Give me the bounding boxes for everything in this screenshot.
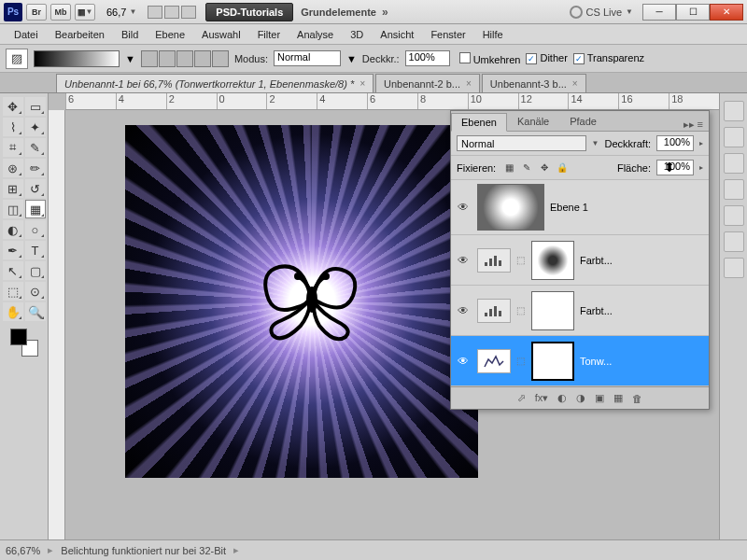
layer-thumbnail[interactable] <box>477 184 544 231</box>
tab-ebenen[interactable]: Ebenen <box>451 113 507 132</box>
stamp-tool[interactable]: ⊞ <box>3 179 23 198</box>
zoom-level[interactable]: 66,7▼ <box>103 7 140 18</box>
zoom-tool[interactable]: 🔍 <box>25 302 46 321</box>
menu-hilfe[interactable]: Hilfe <box>474 29 512 40</box>
opacity-field[interactable]: 100% <box>656 135 694 151</box>
minibridge-button[interactable]: Mb <box>50 4 71 21</box>
layer-name[interactable]: Tonw... <box>580 356 705 367</box>
status-zoom[interactable]: 66,67% <box>6 545 40 556</box>
visibility-icon[interactable]: 👁 <box>455 254 472 267</box>
adjustment-icon[interactable] <box>477 248 511 273</box>
panel-menu-icon[interactable]: ▸▸ ≡ <box>678 119 709 131</box>
3d-cam-tool[interactable]: ⊙ <box>25 282 46 301</box>
tool-preset-picker[interactable]: ▨ <box>6 49 28 69</box>
wand-tool[interactable]: ✦ <box>25 118 46 136</box>
link-icon[interactable]: ⬚ <box>516 305 526 315</box>
workspace-selector[interactable]: Grundelemente <box>301 7 376 18</box>
minimize-button[interactable]: ─ <box>642 4 676 21</box>
layer-name[interactable]: Ebene 1 <box>550 202 705 213</box>
menu-datei[interactable]: Datei <box>6 29 47 40</box>
character-panel-icon[interactable] <box>724 258 744 278</box>
type-tool[interactable]: T <box>25 241 46 259</box>
layer-row[interactable]: 👁 Ebene 1 <box>451 180 709 235</box>
psd-tutorials-badge[interactable]: PSD-Tutorials <box>205 3 293 21</box>
menu-bearbeiten[interactable]: Bearbeiten <box>47 29 113 40</box>
close-icon[interactable]: × <box>466 78 472 89</box>
layer-style-icon[interactable]: fx▾ <box>535 392 549 404</box>
layer-mask[interactable] <box>531 342 574 381</box>
adjustments-panel-icon[interactable] <box>724 179 744 200</box>
blur-tool[interactable]: ◐ <box>3 220 23 239</box>
brush-tool[interactable]: ✏ <box>25 159 46 177</box>
visibility-icon[interactable]: 👁 <box>455 201 472 214</box>
layer-mask[interactable] <box>531 241 574 280</box>
lock-all-icon[interactable]: 🔒 <box>555 161 570 175</box>
hand-tool[interactable]: ✋ <box>3 302 23 321</box>
layer-row[interactable]: 👁 ⬚ Tonw... <box>451 336 709 386</box>
link-icon[interactable]: ⬚ <box>516 356 526 366</box>
tab-kanaele[interactable]: Kanäle <box>507 112 559 131</box>
adjustment-layer-icon[interactable]: ◑ <box>576 392 585 404</box>
paragraph-panel-icon[interactable] <box>724 231 744 252</box>
adjustment-icon[interactable] <box>477 299 511 323</box>
adjustment-icon[interactable] <box>477 349 511 373</box>
layers-panel[interactable]: Ebenen Kanäle Pfade ▸▸ ≡ Normal ▼ Deckkr… <box>450 110 710 410</box>
menu-ansicht[interactable]: Ansicht <box>372 29 422 40</box>
link-icon[interactable]: ⬚ <box>516 255 526 265</box>
document-tab[interactable]: Unbenannt-3 b...× <box>482 74 586 92</box>
document-tab[interactable]: Unbenannt-2 b...× <box>375 74 480 92</box>
view-mode-buttons[interactable] <box>148 6 196 19</box>
gradient-picker[interactable] <box>34 50 120 67</box>
pen-tool[interactable]: ✒ <box>3 241 23 259</box>
menu-analyse[interactable]: Analyse <box>289 29 342 40</box>
visibility-icon[interactable]: 👁 <box>455 304 472 317</box>
maximize-button[interactable]: ☐ <box>676 4 710 21</box>
mode-select[interactable]: Normal <box>274 50 341 66</box>
dither-checkbox[interactable]: ✓ <box>526 53 537 64</box>
3d-tool[interactable]: ⬚ <box>3 282 23 301</box>
swatches-panel-icon[interactable] <box>724 127 744 147</box>
color-swatches[interactable] <box>10 329 38 357</box>
close-icon[interactable]: × <box>572 78 578 89</box>
styles-panel-icon[interactable] <box>724 153 744 174</box>
masks-panel-icon[interactable] <box>724 205 744 226</box>
layer-mask[interactable] <box>531 291 574 330</box>
fill-field[interactable]: 100% <box>656 160 694 175</box>
layer-mask-icon[interactable]: ◐ <box>557 392 567 404</box>
menu-bild[interactable]: Bild <box>113 29 147 40</box>
menu-filter[interactable]: Filter <box>249 29 289 40</box>
visibility-icon[interactable]: 👁 <box>455 355 472 368</box>
eraser-tool[interactable]: ◫ <box>3 200 23 218</box>
foreground-color[interactable] <box>10 329 27 345</box>
history-brush-tool[interactable]: ↺ <box>25 179 46 198</box>
layer-name[interactable]: Farbt... <box>580 305 705 316</box>
bridge-button[interactable]: Br <box>26 4 47 21</box>
menu-3d[interactable]: 3D <box>342 29 372 40</box>
transparency-checkbox[interactable]: ✓ <box>573 53 585 64</box>
new-layer-icon[interactable]: ▦ <box>613 392 623 404</box>
lock-pixels-icon[interactable]: ✎ <box>519 161 534 175</box>
menu-auswahl[interactable]: Auswahl <box>193 29 249 40</box>
blend-mode-select[interactable]: Normal <box>457 135 586 151</box>
cs-live-button[interactable]: CS Live▼ <box>570 6 633 19</box>
close-icon[interactable]: × <box>359 78 365 89</box>
menu-fenster[interactable]: Fenster <box>422 29 473 40</box>
dodge-tool[interactable]: ○ <box>25 220 46 239</box>
opacity-input[interactable]: 100% <box>405 50 450 66</box>
document-tab[interactable]: Unbenannt-1 bei 66,7% (Tonwertkorrektur … <box>56 74 374 92</box>
document-canvas[interactable] <box>125 125 478 478</box>
close-button[interactable]: ✕ <box>710 4 743 21</box>
layer-row[interactable]: 👁 ⬚ Farbt... <box>451 235 709 286</box>
reverse-checkbox[interactable] <box>459 52 471 63</box>
move-tool[interactable]: ✥ <box>3 97 23 116</box>
eyedropper-tool[interactable]: ✎ <box>25 138 46 157</box>
lock-position-icon[interactable]: ✥ <box>537 161 552 175</box>
gradient-type-buttons[interactable] <box>141 50 229 67</box>
chevron-down-icon[interactable]: ▼ <box>346 53 357 64</box>
group-icon[interactable]: ▣ <box>595 392 604 404</box>
lasso-tool[interactable]: ⌇ <box>3 118 23 136</box>
heal-tool[interactable]: ⊛ <box>3 159 23 177</box>
lock-transparency-icon[interactable]: ▦ <box>501 161 516 175</box>
layer-row[interactable]: 👁 ⬚ Farbt... <box>451 286 709 336</box>
marquee-tool[interactable]: ▭ <box>25 97 46 116</box>
